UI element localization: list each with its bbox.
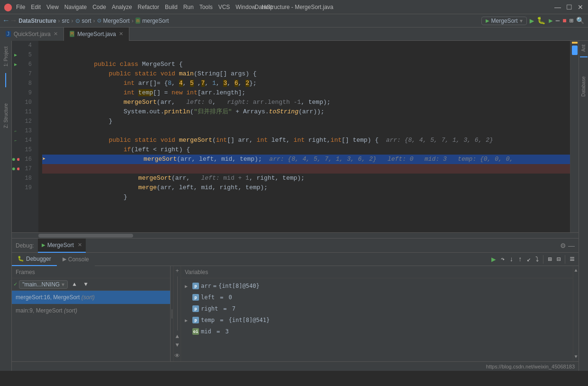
gutter-line-5: ▶ bbox=[12, 50, 19, 60]
close-button[interactable]: ✕ bbox=[577, 3, 584, 11]
merge-sort-config-icon: ▶ bbox=[486, 18, 489, 23]
forward-button[interactable]: → bbox=[11, 17, 16, 25]
left-expand-icon: ▶ bbox=[185, 295, 190, 300]
collapse2-button[interactable]: ▼ bbox=[175, 342, 179, 349]
menu-build[interactable]: Build bbox=[165, 4, 178, 10]
merge-sort-config-label: MergeSort bbox=[491, 18, 518, 24]
debug-status-bar: https://blog.csdn.net/weixin_45068183 bbox=[12, 361, 579, 371]
bc-project[interactable]: DataStructure bbox=[18, 18, 56, 24]
expand-button[interactable]: + bbox=[175, 268, 179, 275]
code-editor[interactable]: ▶ ▶ ⌐ ⌐ bbox=[12, 41, 579, 232]
var-item-temp[interactable]: ▶ p temp = {int[8]@541} bbox=[181, 314, 573, 326]
debug-scroll-down[interactable]: ▼ bbox=[573, 353, 578, 360]
collapse-button[interactable]: ▲ bbox=[175, 333, 179, 340]
menu-tools[interactable]: Tools bbox=[199, 4, 213, 10]
mergesort-close-button[interactable]: ✕ bbox=[119, 31, 123, 37]
find-button[interactable]: 🔍 bbox=[576, 17, 584, 25]
menu-refactor[interactable]: Refactor bbox=[138, 4, 159, 10]
tab-quicksort[interactable]: J QuickSort.java ✕ bbox=[0, 28, 64, 41]
bc-method[interactable]: mergeSort bbox=[142, 18, 169, 24]
arr-expand-icon[interactable]: ▶ bbox=[185, 284, 190, 289]
sidebar-project[interactable]: 1: Project bbox=[1, 43, 10, 70]
code-line-10: System.out.println("归并排序后" + Arrays.toSt… bbox=[42, 98, 570, 107]
bc-mergesort[interactable]: MergeSort bbox=[103, 18, 130, 24]
back-button[interactable]: ← bbox=[4, 17, 9, 25]
tab-bar: J QuickSort.java ✕ M MergeSort.java ✕ bbox=[0, 28, 588, 41]
code-horizontal-scrollbar[interactable] bbox=[12, 232, 579, 238]
breakpoint-green-16[interactable]: ⏺ bbox=[12, 157, 16, 162]
collapse-icon-13[interactable]: ⌐ bbox=[15, 129, 17, 133]
coverage-button[interactable]: ▶ bbox=[549, 17, 552, 25]
breakpoint-green-17[interactable]: ⏺ bbox=[12, 166, 16, 172]
frames-nav-up[interactable]: ▲ bbox=[70, 280, 79, 289]
sidebar-database[interactable]: Database bbox=[579, 73, 588, 101]
menu-edit[interactable]: Edit bbox=[31, 4, 41, 10]
debug-right-scrollbar[interactable]: ▲ ▼ bbox=[573, 266, 579, 361]
arr-type-icon: p bbox=[192, 283, 199, 289]
structure-button[interactable]: ⊞ bbox=[570, 17, 573, 25]
run-button[interactable]: ▶ bbox=[530, 16, 534, 26]
code-content[interactable]: public class MergeSort { public static v… bbox=[38, 41, 570, 232]
debug-step-over-button[interactable]: ↷ bbox=[499, 255, 507, 263]
debug-step-into-button[interactable]: ↓ bbox=[507, 256, 515, 263]
debugger-tab[interactable]: 🐛 Debugger bbox=[12, 253, 57, 266]
debug-tab-close[interactable]: ✕ bbox=[78, 242, 82, 248]
menu-vcs[interactable]: VCS bbox=[218, 4, 230, 10]
expand-icon-5[interactable]: ▶ bbox=[14, 52, 17, 58]
debug-settings-button[interactable]: ⚙ bbox=[560, 242, 566, 249]
debug-run-button[interactable]: 🐛 bbox=[537, 16, 546, 25]
temp-expand-icon[interactable]: ▶ bbox=[185, 318, 190, 323]
menu-file[interactable]: File bbox=[16, 4, 25, 10]
bc-sort[interactable]: sort bbox=[82, 18, 91, 24]
code-line-14: if(left < right) { bbox=[42, 136, 570, 145]
stop-button[interactable]: ■ bbox=[562, 17, 566, 25]
tab-mergesort[interactable]: M MergeSort.java ✕ bbox=[64, 28, 129, 41]
frames-nav-down[interactable]: ▼ bbox=[81, 280, 90, 289]
debug-resume-button[interactable]: ▶ bbox=[489, 255, 498, 264]
scroll-thumb[interactable] bbox=[38, 234, 133, 238]
debug-scroll-up[interactable]: ▲ bbox=[573, 267, 578, 274]
debug-mergesort-tab[interactable]: ▶ MergeSort ✕ bbox=[38, 239, 86, 253]
debug-layout-button[interactable]: ⊞ bbox=[546, 255, 553, 263]
menu-view[interactable]: View bbox=[46, 4, 59, 10]
minimap-marker-yellow bbox=[572, 42, 578, 44]
line-num-5: 5 bbox=[19, 50, 35, 60]
quicksort-close-button[interactable]: ✕ bbox=[54, 31, 58, 37]
debug-more-button[interactable]: ≡ bbox=[568, 255, 577, 264]
more-configs-button[interactable]: ⋯ bbox=[556, 17, 560, 25]
console-tab[interactable]: ▶ Console bbox=[57, 253, 95, 266]
debug-run-to-cursor-button[interactable]: ↙ bbox=[525, 255, 533, 263]
collapse-icon-14[interactable]: ⌐ bbox=[15, 138, 17, 143]
frame-item-1[interactable]: main:9, MergeSort (sort) bbox=[12, 304, 170, 317]
line-num-11: 11 bbox=[19, 107, 35, 117]
menu-analyze[interactable]: Analyze bbox=[112, 4, 132, 10]
mergesort-tab-label: MergeSort.java bbox=[77, 31, 116, 37]
menu-run[interactable]: Run bbox=[183, 4, 194, 10]
debug-evaluate-button[interactable]: ⤵ bbox=[534, 256, 541, 263]
sidebar-structure[interactable]: Z: Structure bbox=[1, 100, 10, 132]
line-num-8: 8 bbox=[19, 79, 35, 88]
watch-button[interactable]: 👁 bbox=[174, 352, 180, 359]
main-area: 1: Project Z: Structure ▶ ▶ bbox=[0, 41, 588, 371]
maximize-button[interactable]: ☐ bbox=[565, 3, 573, 11]
debug-close-panel-button[interactable]: — bbox=[568, 242, 575, 249]
minimize-button[interactable]: — bbox=[554, 3, 561, 11]
debug-arrow-icon: ➤ bbox=[42, 155, 45, 164]
frames-dropdown[interactable]: "main...NNING ▾ bbox=[19, 280, 68, 289]
gutter-line-9 bbox=[12, 88, 19, 98]
minimap-scrollbar[interactable] bbox=[570, 41, 579, 232]
sidebar-ant[interactable]: Ant bbox=[579, 41, 588, 55]
debug-restore-button[interactable]: ⊟ bbox=[555, 255, 562, 263]
menu-window[interactable]: Window bbox=[235, 4, 256, 10]
menu-navigate[interactable]: Navigate bbox=[64, 4, 87, 10]
debug-step-out-button[interactable]: ↑ bbox=[516, 256, 524, 263]
code-line-18: merge(arr, left, mid, right, temp); bbox=[42, 174, 570, 183]
run-config-dropdown[interactable]: ▶ MergeSort ▾ bbox=[481, 17, 527, 25]
bc-src[interactable]: src bbox=[62, 18, 70, 24]
expand-icon-6[interactable]: ▶ bbox=[14, 62, 17, 67]
gutter-line-15 bbox=[12, 145, 19, 155]
arr-eq: = bbox=[213, 283, 217, 289]
menu-code[interactable]: Code bbox=[92, 4, 106, 10]
var-item-arr[interactable]: ▶ p arr = {int[8]@540} bbox=[181, 280, 573, 292]
frame-item-0[interactable]: mergeSort:16, MergeSort (sort) bbox=[12, 291, 170, 304]
